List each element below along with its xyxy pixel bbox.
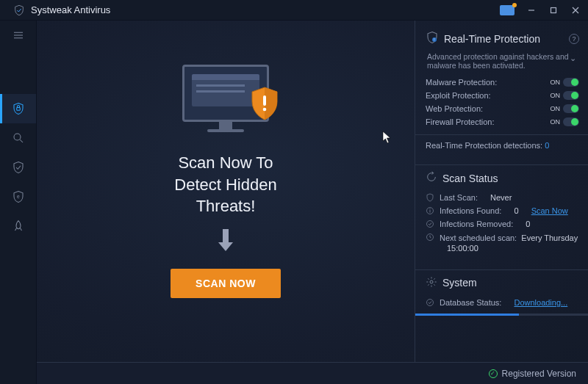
infections-removed-row: Infections Removed: 0 bbox=[426, 217, 579, 231]
svg-point-8 bbox=[14, 134, 21, 140]
svg-rect-1 bbox=[551, 7, 556, 12]
titlebar: Systweak Antivirus bbox=[0, 0, 588, 21]
sidebar-item-scan[interactable] bbox=[0, 123, 36, 153]
help-icon[interactable]: ? bbox=[569, 34, 579, 44]
sidebar: e bbox=[0, 21, 37, 384]
svg-rect-11 bbox=[263, 95, 266, 106]
db-status-row: Database Status: Downloading... bbox=[426, 296, 579, 309]
maximize-button[interactable] bbox=[544, 3, 563, 18]
malware-toggle[interactable]: ON bbox=[551, 78, 580, 87]
footer: ✓ Registered Version bbox=[37, 362, 588, 384]
toggle-firewall: Firewall Protection: ON bbox=[426, 115, 579, 128]
info-icon bbox=[426, 206, 434, 215]
toggle-malware: Malware Protection: ON bbox=[426, 76, 579, 89]
right-panel: ! Real-Time Protection ? Advanced protec… bbox=[415, 21, 588, 384]
app-logo-icon bbox=[13, 4, 25, 16]
shield-small-icon bbox=[426, 193, 434, 202]
firewall-toggle[interactable]: ON bbox=[551, 117, 580, 126]
check-icon: ✓ bbox=[489, 369, 498, 378]
gear-icon bbox=[426, 276, 437, 290]
db-status-value: Downloading... bbox=[514, 298, 567, 307]
detections-count: 0 bbox=[545, 141, 549, 150]
realtime-title: Real-Time Protection bbox=[444, 33, 540, 45]
web-toggle[interactable]: ON bbox=[551, 104, 580, 113]
svg-text:e: e bbox=[17, 194, 20, 199]
sidebar-item-exploit[interactable]: e bbox=[0, 182, 36, 211]
hero-heading: Scan Now To Detect Hidden Threats! bbox=[174, 152, 276, 217]
refresh-icon bbox=[426, 171, 437, 185]
system-title: System bbox=[442, 277, 477, 289]
minimize-button[interactable] bbox=[522, 3, 541, 18]
hero-section: Scan Now To Detect Hidden Threats! SCAN … bbox=[37, 21, 415, 384]
clock-icon bbox=[426, 233, 434, 242]
svg-text:!: ! bbox=[434, 38, 434, 42]
infections-found-row: Infections Found: 0 Scan Now bbox=[426, 204, 579, 217]
svg-point-12 bbox=[263, 108, 267, 112]
close-button[interactable] bbox=[566, 3, 585, 18]
license-card-icon[interactable] bbox=[500, 5, 514, 15]
sidebar-item-protection[interactable] bbox=[0, 94, 36, 123]
window-controls bbox=[500, 3, 585, 18]
scan-status-section: Scan Status Last Scan: Never Infections … bbox=[426, 171, 579, 256]
svg-rect-7 bbox=[16, 108, 20, 111]
next-scan-row: Next scheduled scan: Every Thursday 15:0… bbox=[426, 231, 579, 256]
scan-now-link[interactable]: Scan Now bbox=[531, 206, 568, 215]
scan-now-button[interactable]: SCAN NOW bbox=[171, 269, 281, 298]
system-section: System Database Status: Downloading... bbox=[426, 276, 579, 316]
svg-point-19 bbox=[427, 221, 434, 228]
realtime-section: ! Real-Time Protection ? Advanced protec… bbox=[426, 31, 579, 151]
svg-point-18 bbox=[430, 209, 431, 209]
detections-row: Real-Time Protection detections: 0 bbox=[426, 141, 579, 150]
svg-rect-13 bbox=[223, 229, 229, 242]
svg-point-22 bbox=[427, 299, 434, 305]
check-circle-icon bbox=[426, 298, 434, 307]
registered-label: Registered Version bbox=[502, 369, 576, 379]
last-scan-row: Last Scan: Never bbox=[426, 191, 579, 204]
chevron-down-icon: ⌄ bbox=[570, 54, 576, 62]
download-progress bbox=[415, 314, 588, 316]
svg-point-21 bbox=[430, 280, 433, 283]
scan-status-title: Scan Status bbox=[442, 173, 498, 184]
shield-alert-icon: ! bbox=[426, 31, 439, 46]
realtime-desc[interactable]: Advanced protection against hackers and … bbox=[427, 52, 579, 70]
sidebar-item-boost[interactable] bbox=[0, 211, 36, 241]
sidebar-item-quarantine[interactable] bbox=[0, 153, 36, 182]
app-title: Systweak Antivirus bbox=[31, 4, 500, 15]
sidebar-menu-button[interactable] bbox=[0, 21, 36, 50]
exploit-toggle[interactable]: ON bbox=[551, 91, 580, 100]
toggle-web: Web Protection: ON bbox=[426, 102, 579, 115]
main-area: Scan Now To Detect Hidden Threats! SCAN … bbox=[37, 21, 588, 384]
monitor-illustration bbox=[178, 65, 273, 134]
toggle-exploit: Exploit Protection: ON bbox=[426, 89, 579, 102]
check-circle-icon bbox=[426, 220, 434, 228]
shield-warning-icon bbox=[250, 87, 279, 120]
arrow-down-icon bbox=[215, 228, 236, 256]
svg-line-9 bbox=[20, 140, 23, 142]
